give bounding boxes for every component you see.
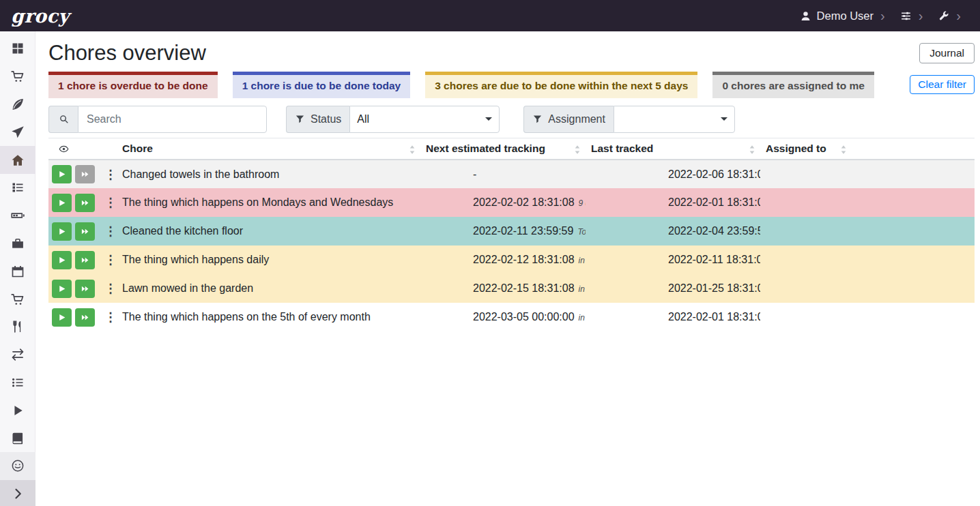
last-tracked-time: 2022-02-11 18:31:08 <box>668 254 760 265</box>
next-tracking-ago: in 21 days <box>579 313 586 323</box>
track-execution-button[interactable] <box>52 280 72 298</box>
sidebar-item-chores-overview[interactable] <box>0 146 35 174</box>
skip-execution-button[interactable] <box>75 222 95 241</box>
fast-forward-icon <box>81 256 89 265</box>
status-banner-row: 1 chore is overdue to be done 1 chore is… <box>48 72 975 98</box>
assignment-select[interactable] <box>614 106 735 133</box>
chore-name: The thing which happens on the 5th of ev… <box>122 311 371 323</box>
skip-execution-button[interactable] <box>75 308 95 327</box>
track-execution-button[interactable] <box>52 194 72 212</box>
chores-table-body: ⋮ Changed towels in the bathroom - 2022-… <box>48 160 975 331</box>
table-row: ⋮ Cleaned the kitchen floor 2022-02-11 2… <box>48 217 975 245</box>
row-menu-button[interactable]: ⋮ <box>104 225 117 237</box>
row-menu-button[interactable]: ⋮ <box>104 168 117 181</box>
table-row: ⋮ Lawn mowed in the garden 2022-02-15 18… <box>48 274 975 303</box>
fast-forward-icon <box>81 198 89 207</box>
table-header-row: Chore Next estimated tracking Last track… <box>48 138 975 160</box>
row-menu-button[interactable]: ⋮ <box>104 311 117 323</box>
sidebar-item-tasks[interactable] <box>0 174 35 202</box>
play-icon <box>57 284 66 293</box>
chore-name: Cleaned the kitchen floor <box>122 225 243 237</box>
sidebar-item-stock-overview[interactable] <box>0 35 35 63</box>
last-tracked-time: 2022-02-04 23:59:59 <box>668 225 760 237</box>
next-tracking-time: 2022-02-02 18:31:08 <box>473 196 575 208</box>
header-next-estimated-tracking[interactable]: Next estimated tracking <box>420 138 586 160</box>
status-select-wrap: All <box>349 106 500 133</box>
status-banner[interactable]: 1 chore is overdue to be done <box>48 72 218 98</box>
status-banner[interactable]: 3 chores are due to be done within the n… <box>425 72 697 98</box>
sidebar <box>0 31 35 506</box>
sidebar-item-meal-plan[interactable] <box>0 118 35 146</box>
grocy-logo[interactable]: grocy <box>11 7 70 25</box>
journal-button[interactable]: Journal <box>919 43 975 63</box>
table-row: ⋮ Changed towels in the bathroom - 2022-… <box>48 160 975 188</box>
sidebar-item-recipes[interactable] <box>0 91 35 119</box>
track-execution-button[interactable] <box>52 251 72 269</box>
sidebar-item-batteries-overview[interactable] <box>0 202 35 230</box>
assignment-select-wrap <box>614 106 735 133</box>
chevron-right-icon <box>11 487 25 501</box>
user-name-label: Demo User <box>817 10 874 23</box>
sidebar-item-inventory[interactable] <box>0 369 35 397</box>
table-row: ⋮ The thing which happens on the 5th of … <box>48 303 975 331</box>
sidebar-item-equipment[interactable] <box>0 230 35 258</box>
row-menu-button[interactable]: ⋮ <box>104 282 117 295</box>
header-assigned-to[interactable]: Assigned to <box>760 138 852 160</box>
user-menu[interactable]: Demo User › <box>800 9 885 23</box>
sidebar-item-purchase[interactable] <box>0 285 35 313</box>
house-icon <box>11 153 25 167</box>
grid-icon <box>11 42 25 55</box>
skip-execution-button[interactable] <box>75 280 95 298</box>
checklist-icon <box>11 376 25 389</box>
status-banner[interactable]: 0 chores are assigned to me <box>712 72 874 98</box>
track-execution-button[interactable] <box>52 222 72 241</box>
eye-icon <box>57 144 111 154</box>
status-select[interactable]: All <box>349 106 500 133</box>
page-title: Chores overview <box>48 40 206 67</box>
visibility-toggle-header[interactable] <box>48 138 117 160</box>
chore-name: The thing which happens daily <box>122 254 269 265</box>
chevron-right-icon: › <box>956 9 961 23</box>
utensils-icon <box>11 320 25 333</box>
admin-menu[interactable]: › <box>938 9 961 23</box>
header-spacer <box>852 138 975 160</box>
row-menu-button[interactable]: ⋮ <box>104 196 117 209</box>
next-tracking-ago: Today <box>577 227 586 237</box>
chores-table: Chore Next estimated tracking Last track… <box>48 138 975 332</box>
sidebar-item-calendar[interactable] <box>0 257 35 285</box>
next-tracking-ago: 9 days ago <box>579 198 586 208</box>
fast-forward-icon <box>81 284 89 293</box>
sidebar-item-consume[interactable] <box>0 313 35 341</box>
sidebar-item-chore-tracking[interactable] <box>0 396 35 424</box>
status-banner[interactable]: 1 chore is due to be done today <box>233 72 411 98</box>
play-icon <box>57 256 66 265</box>
clear-filter-button[interactable]: Clear filter <box>910 75 975 94</box>
track-execution-button[interactable] <box>52 165 72 183</box>
play-icon <box>57 198 66 207</box>
sidebar-item-shopping-list[interactable] <box>0 63 35 91</box>
next-tracking-ago: in a day <box>579 256 586 265</box>
skip-execution-button[interactable] <box>75 194 95 212</box>
header-last-tracked[interactable]: Last tracked <box>586 138 760 160</box>
sidebar-item-collapse-sidebar[interactable] <box>0 480 35 506</box>
track-execution-button[interactable] <box>52 308 72 327</box>
skip-execution-button[interactable] <box>75 251 95 269</box>
battery-icon <box>11 209 25 222</box>
next-tracking-time: 2022-02-11 23:59:59 <box>473 225 573 237</box>
skip-execution-button[interactable] <box>75 165 95 183</box>
wrench-icon <box>938 10 949 22</box>
fast-forward-icon <box>81 227 89 236</box>
sort-icon <box>574 145 581 155</box>
sidebar-item-transfer[interactable] <box>0 341 35 369</box>
search-input[interactable] <box>78 106 267 133</box>
status-filter: Status All <box>286 106 500 133</box>
settings-menu[interactable]: › <box>900 9 923 23</box>
tasks-icon <box>11 181 25 194</box>
book-icon <box>11 432 25 445</box>
row-menu-button[interactable]: ⋮ <box>104 254 117 266</box>
sidebar-item-feedback[interactable] <box>0 452 35 480</box>
sort-icon <box>409 145 416 155</box>
sidebar-item-journal[interactable] <box>0 424 35 452</box>
last-tracked-time: 2022-02-01 18:31:08 <box>668 311 760 323</box>
header-chore[interactable]: Chore <box>117 138 420 160</box>
